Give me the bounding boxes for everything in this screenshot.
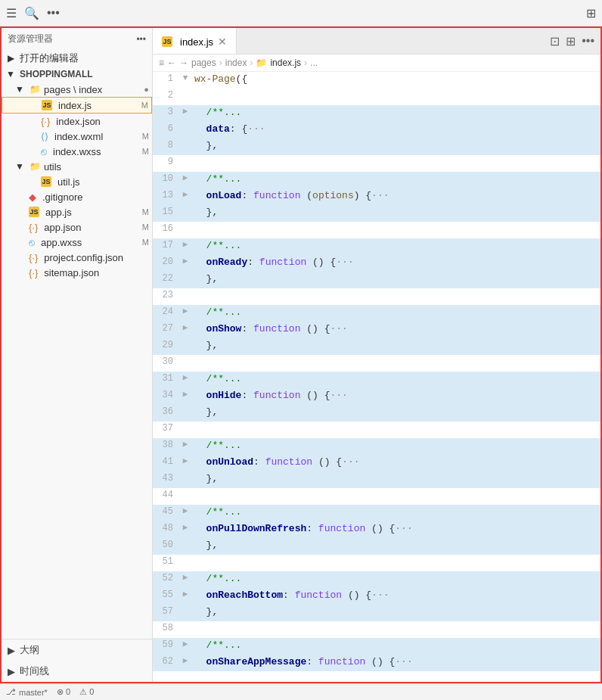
search-icon[interactable]: 🔍 [24, 6, 39, 20]
open-editors-label: 打开的编辑器 [20, 51, 79, 65]
line-number: 37 [153, 422, 179, 436]
sidebar-item-index-wxss[interactable]: ⎋ index.wxss M [2, 144, 152, 159]
breadcrumb-forward-icon[interactable]: → [179, 58, 188, 68]
sidebar-item-app-json[interactable]: {·} app.json M [2, 219, 152, 235]
breadcrumb-part-more[interactable]: ... [310, 58, 318, 68]
branch-icon: ⎇ [6, 687, 16, 697]
sidebar-item-outline[interactable]: ▶ 大纲 [2, 639, 152, 661]
line-content: /**... [191, 105, 600, 121]
file-label: sitemap.json [44, 267, 99, 278]
line-number: 29 [153, 338, 179, 353]
line-content: wx-Page({ [191, 72, 600, 88]
breadcrumb-part-pages[interactable]: pages [191, 58, 216, 68]
sidebar-item-index-js[interactable]: JS index.js M [2, 97, 152, 114]
fold-icon[interactable]: ▶ [179, 105, 191, 119]
sidebar-item-app-js[interactable]: JS app.js M [2, 204, 152, 219]
sidebar-item-sitemap[interactable]: {·} sitemap.json [2, 265, 152, 280]
sidebar-item-pages-index[interactable]: ▼ 📁 pages \ index ● [2, 82, 152, 97]
split-editor-icon[interactable]: ⊡ [550, 34, 560, 48]
code-line: 31 ▶ /**... [153, 372, 600, 388]
js-file-icon: JS [42, 100, 52, 110]
line-number: 20 [153, 255, 179, 269]
spacer [26, 145, 38, 157]
code-line: 45 ▶ /**... [153, 505, 600, 521]
code-line: 57 }, [153, 605, 600, 621]
file-label: index.json [56, 116, 101, 127]
tab-file-icon: JS [162, 36, 172, 47]
line-number: 45 [153, 505, 179, 519]
fold-icon[interactable]: ▶ [179, 505, 191, 518]
fold-icon[interactable]: ▶ [179, 571, 191, 585]
sidebar-item-app-wxss[interactable]: ⎋ app.wxss M [2, 235, 152, 250]
breadcrumb-part-index[interactable]: index [225, 58, 247, 68]
menu-icon[interactable]: ☰ [6, 6, 17, 20]
fold-icon[interactable]: ▶ [179, 372, 191, 385]
sidebar-item-timeline[interactable]: ▶ 时间线 [2, 661, 152, 682]
line-number: 6 [153, 122, 179, 136]
sidebar-item-project-config[interactable]: {·} project.config.json [2, 250, 152, 265]
line-number: 38 [153, 438, 179, 453]
fold-icon[interactable]: ▶ [179, 588, 191, 602]
breadcrumb-part-file[interactable]: index.js [270, 58, 301, 68]
sidebar-item-index-wxml[interactable]: ⟨⟩ index.wxml M [2, 129, 152, 144]
tab-close-button[interactable]: ✕ [218, 36, 227, 48]
sidebar-item-project[interactable]: ▼ SHOPPINGMALL [2, 67, 152, 82]
layout-icon[interactable]: ⊞ [586, 6, 596, 20]
fold-icon[interactable]: ▶ [179, 438, 191, 452]
breadcrumb-sep-3: › [304, 58, 307, 68]
line-content: }, [191, 605, 600, 621]
sidebar-item-util-js[interactable]: JS util.js [2, 174, 152, 189]
tab-bar: JS index.js ✕ ⊡ ⊞ ••• [153, 28, 600, 54]
fold-icon[interactable]: ▶ [179, 238, 191, 252]
sidebar-more-icon[interactable]: ••• [136, 34, 146, 45]
sidebar-item-gitignore[interactable]: ◆ .gitignore [2, 189, 152, 204]
code-line: 23 [153, 288, 600, 305]
sidebar-title: 资源管理器 [8, 33, 53, 45]
fold-icon[interactable]: ▶ [179, 638, 191, 652]
file-label: index.wxss [53, 146, 101, 157]
code-line: 22 }, [153, 272, 600, 288]
fold-icon[interactable]: ▶ [179, 188, 191, 202]
line-content: data: {··· [191, 122, 600, 138]
line-number: 57 [153, 605, 179, 619]
fold-icon[interactable]: ▶ [179, 322, 191, 335]
line-content: /**... [191, 172, 600, 188]
code-line: 16 [153, 222, 600, 238]
code-line: 41 ▶ onUnload: function () {··· [153, 455, 600, 471]
file-label: index.wxml [54, 131, 103, 142]
branch-indicator[interactable]: ⎇ master* [6, 687, 48, 697]
folder-label: utils [44, 161, 61, 173]
code-line: 13 ▶ onLoad: function (options) {··· [153, 188, 600, 205]
code-line: 51 [153, 555, 600, 571]
more-actions-icon[interactable]: ••• [582, 34, 594, 48]
code-line: 38 ▶ /**... [153, 438, 600, 455]
fold-icon[interactable]: ▼ [179, 72, 191, 86]
line-number: 52 [153, 571, 179, 586]
line-number: 2 [153, 89, 179, 103]
sidebar-item-utils[interactable]: ▼ 📁 utils [2, 159, 152, 174]
code-line: 43 }, [153, 471, 600, 488]
fold-icon[interactable]: ▶ [179, 388, 191, 402]
code-editor[interactable]: 1 ▼ wx-Page({ 2 3 ▶ /**... 6 data: {··· [153, 72, 600, 682]
code-line: 59 ▶ /**... [153, 638, 600, 655]
line-number: 58 [153, 621, 179, 636]
fold-icon[interactable]: ▶ [179, 305, 191, 319]
line-number: 8 [153, 138, 179, 153]
fold-icon[interactable]: ▶ [179, 255, 191, 269]
sidebar-item-open-editors[interactable]: ▶ 打开的编辑器 [2, 50, 152, 67]
breadcrumb-back-icon[interactable]: ← [167, 58, 176, 68]
chevron-right-icon: ▶ [5, 52, 17, 64]
line-content: /**... [191, 305, 600, 321]
toggle-panel-icon[interactable]: ⊞ [566, 34, 576, 48]
more-actions-icon[interactable]: ••• [47, 6, 60, 20]
fold-icon[interactable]: ▶ [179, 655, 191, 668]
fold-icon[interactable]: ▶ [179, 172, 191, 185]
fold-icon[interactable]: ▶ [179, 521, 191, 535]
tab-index-js[interactable]: JS index.js ✕ [153, 28, 237, 54]
sidebar-header: 资源管理器 ••• [2, 28, 152, 50]
folder-icon: 📁 [29, 83, 41, 95]
breadcrumb-sep-2: › [250, 58, 253, 68]
fold-icon[interactable]: ▶ [179, 455, 191, 468]
sidebar-item-index-json[interactable]: {·} index.json [2, 114, 152, 129]
file-badge: M [142, 207, 149, 216]
